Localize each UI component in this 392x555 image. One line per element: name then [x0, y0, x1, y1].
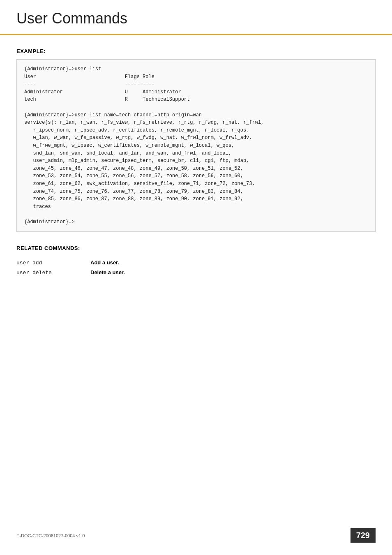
- command-table: user addAdd a user.user deleteDelete a u…: [16, 258, 376, 278]
- page-content: EXAMPLE: {Administrator}=>user list User…: [0, 35, 392, 291]
- page-title: User Commands: [16, 10, 376, 27]
- page-header: User Commands: [0, 0, 392, 35]
- command-description: Delete a user.: [90, 268, 376, 278]
- page-footer: E-DOC-CTC-20061027-0004 v1.0 729: [0, 528, 392, 543]
- related-commands-section: RELATED COMMANDS: user addAdd a user.use…: [16, 245, 376, 278]
- list-item: user deleteDelete a user.: [16, 268, 376, 278]
- example-section: EXAMPLE: {Administrator}=>user list User…: [16, 48, 376, 232]
- command-name: user delete: [16, 268, 90, 278]
- related-commands-heading: RELATED COMMANDS:: [16, 245, 376, 251]
- example-code-block: {Administrator}=>user list User Flags Ro…: [16, 59, 376, 232]
- footer-doc-id: E-DOC-CTC-20061027-0004 v1.0: [16, 533, 85, 538]
- footer-page-number: 729: [350, 528, 376, 543]
- example-heading: EXAMPLE:: [16, 48, 376, 54]
- command-description: Add a user.: [90, 258, 376, 268]
- command-name: user add: [16, 258, 90, 268]
- list-item: user addAdd a user.: [16, 258, 376, 268]
